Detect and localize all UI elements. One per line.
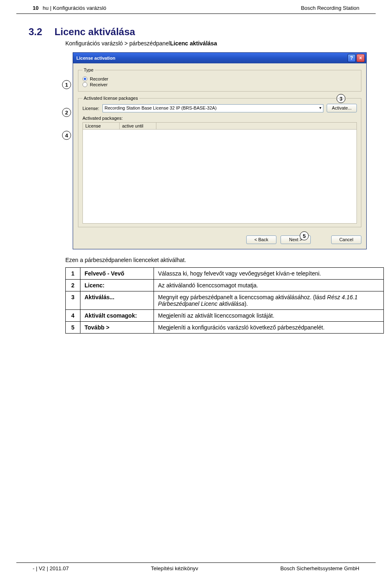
callout-1: 1 — [62, 80, 71, 89]
recorder-label: Recorder — [90, 76, 108, 81]
table-row: 2Licenc:Az aktiválandó licenccsomagot mu… — [66, 280, 384, 291]
legend-num: 5 — [66, 322, 80, 334]
activate-button[interactable]: Activate... — [327, 104, 357, 112]
legend-desc: Az aktiválandó licenccsomagot mutatja. — [154, 280, 384, 291]
callout-2: 2 — [62, 108, 71, 117]
table-row: 4Aktivált csomagok:Megjeleníti az aktivá… — [66, 310, 384, 322]
footer-right: Bosch Sicherheitssysteme GmbH — [280, 565, 359, 571]
breadcrumb: Konfigurációs varázsló > párbeszédpanelL… — [65, 40, 376, 47]
legend-key: Felvevő - Vevő — [80, 268, 154, 280]
section-title: Licenc aktiválása — [54, 26, 135, 38]
legend-key: Tovább > — [80, 322, 154, 334]
close-icon[interactable]: × — [356, 54, 365, 62]
legend-key: Aktivált csomagok: — [80, 310, 154, 322]
legend-table: 1Felvevő - VevőVálassza ki, hogy felvevő… — [65, 267, 384, 334]
footer-left: - | V2 | 2011.07 — [33, 565, 69, 571]
dialog-titlebar: License activation ? × — [73, 53, 366, 63]
packages-table-header: License active until — [82, 122, 357, 130]
legend-desc: Megjeleníti a konfigurációs varázsló köv… — [154, 322, 384, 334]
receiver-label: Receiver — [90, 82, 107, 87]
legend-num: 1 — [66, 268, 80, 280]
table-row: 5Tovább >Megjeleníti a konfigurációs var… — [66, 322, 384, 334]
page-number: 10 — [33, 5, 38, 11]
activated-packages-label: Activated packages: — [82, 116, 357, 121]
receiver-radio[interactable] — [82, 82, 87, 87]
col-active-until: active until — [120, 123, 156, 129]
callout-4: 4 — [62, 131, 71, 140]
license-activation-dialog: License activation ? × Type Recorder Rec… — [73, 52, 367, 249]
legend-num: 2 — [66, 280, 80, 291]
section-number: 3.2 — [16, 26, 42, 38]
license-select[interactable]: Recording Station Base License 32 IP (BR… — [102, 104, 323, 112]
license-label: License: — [82, 106, 99, 111]
legend-num: 3 — [66, 291, 80, 310]
dialog-title: License activation — [76, 56, 347, 60]
legend-desc: Megjeleníti az aktivált licenccsomagok l… — [154, 310, 384, 322]
header-breadcrumb: hu | Konfigurációs varázsló — [42, 5, 106, 11]
col-license: License — [83, 123, 120, 129]
help-icon[interactable]: ? — [347, 54, 356, 62]
dialog-screenshot: 1 2 3 4 5 License activation ? × Type Re… — [65, 52, 368, 249]
intro-text: Ezen a párbeszédpanelen licenceket aktiv… — [65, 257, 376, 263]
packages-group: Activated license packages License: Reco… — [78, 96, 361, 227]
packages-table-body — [82, 130, 357, 224]
page-footer: - | V2 | 2011.07 Telepítési kézikönyv Bo… — [16, 562, 376, 571]
legend-desc: Megnyit egy párbeszédpanelt a licenccsom… — [154, 291, 384, 310]
callout-5: 5 — [300, 231, 309, 240]
packages-legend: Activated license packages — [82, 96, 139, 101]
table-row: 1Felvevő - VevőVálassza ki, hogy felvevő… — [66, 268, 384, 280]
recorder-radio[interactable] — [82, 76, 87, 81]
legend-key: Licenc: — [80, 280, 154, 291]
product-name: Bosch Recording Station — [301, 5, 359, 11]
legend-key: Aktiválás... — [80, 291, 154, 310]
type-group: Type Recorder Receiver — [78, 67, 361, 92]
back-button[interactable]: < Back — [246, 235, 276, 244]
cancel-button[interactable]: Cancel — [331, 235, 361, 244]
page-header: 10 hu | Konfigurációs varázsló Bosch Rec… — [16, 0, 376, 14]
footer-mid: Telepítési kézikönyv — [151, 565, 198, 571]
table-row: 3Aktiválás...Megnyit egy párbeszédpanelt… — [66, 291, 384, 310]
type-legend: Type — [82, 67, 95, 72]
legend-desc: Válassza ki, hogy felvevőt vagy vevőegys… — [154, 268, 384, 280]
legend-num: 4 — [66, 310, 80, 322]
